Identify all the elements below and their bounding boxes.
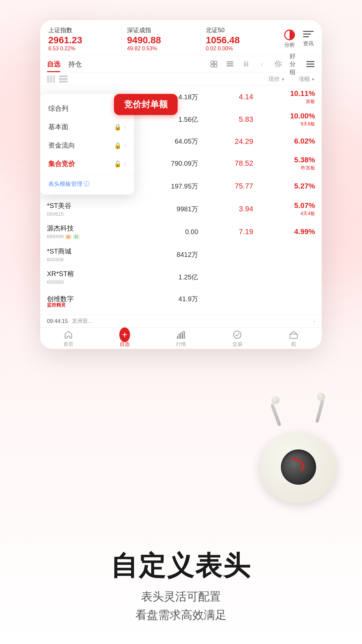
stock-volume-stsc: 8412万	[129, 250, 198, 259]
dropdown-item-capital-flow[interactable]: 资金流向 🔒 ›	[40, 136, 134, 155]
watchlist-add-btn[interactable]: +	[119, 327, 130, 342]
svg-rect-2	[211, 64, 214, 67]
mascot-body	[260, 433, 337, 503]
status-text: 龙洲股...	[72, 318, 313, 325]
stock-name-yuanjie: 源杰科技	[47, 224, 129, 233]
stock-price-1: 4.14	[198, 93, 253, 101]
stock-change-yuanjie: 4.99%	[253, 227, 315, 236]
news-icon-line3	[303, 36, 309, 37]
stock-change-3: 6.02%	[253, 137, 315, 146]
home-icon	[63, 329, 74, 340]
stock-change-4: 5.38% 昨首板	[253, 156, 315, 171]
stock-volume-2: 1.56亿	[129, 115, 198, 124]
index-beijing50[interactable]: 北证50 1056.48 0.02 0.00%	[200, 26, 279, 52]
svg-rect-15	[59, 81, 68, 83]
arrow-icon-3: ›	[124, 142, 126, 149]
promo-subtitle: 表头灵活可配置 看盘需求高效满足	[20, 587, 342, 624]
bid-badge[interactable]: 竞价封单额	[114, 94, 178, 115]
tab-holdings[interactable]: 持仓	[68, 60, 82, 72]
bottom-promo: 自定义表头 表头灵活可配置 看盘需求高效满足	[0, 552, 362, 624]
stock-name-stmg: *ST美谷	[47, 201, 129, 210]
index-shanghai-name: 上证指数	[48, 26, 121, 34]
lock-icon-4: 🔓	[114, 160, 121, 168]
stock-change-stmg: 5.07% 4天4板	[253, 201, 315, 217]
grid-icon[interactable]	[225, 59, 235, 69]
index-shenzhen[interactable]: 深证成指 9490.88 49.82 0.53%	[121, 26, 200, 52]
menu-icon[interactable]	[306, 59, 315, 69]
bottom-nav: 首页 + 自选 行情	[40, 327, 322, 349]
tab-watchlist[interactable]: 自选	[47, 60, 60, 72]
tab-action-icons: iii ‹ 你 好分组	[209, 59, 315, 72]
institution-icon	[288, 329, 299, 340]
table-icon[interactable]	[59, 75, 68, 83]
stock-volume-4: 790.09万	[129, 159, 198, 168]
view-toggle-icons	[47, 75, 68, 83]
price-column-header[interactable]: 现价	[255, 75, 285, 83]
svg-rect-18	[182, 333, 183, 339]
svg-rect-6	[227, 65, 233, 66]
dropdown-item-fundamental[interactable]: 基本面 🔒 ›	[40, 118, 134, 136]
svg-rect-11	[50, 75, 52, 83]
stock-code-xrst: 600589	[47, 279, 129, 285]
index-shenzhen-change: 49.82 0.53%	[127, 46, 200, 52]
stock-volume-3: 64.05万	[129, 137, 198, 146]
tag-rong-yuanjie: 融	[65, 234, 72, 239]
news-icon-line1	[303, 31, 314, 32]
stock-change-sailis: 5.27%	[253, 182, 315, 191]
stock-info-stsc: *ST商城 600306	[47, 247, 129, 262]
nav-market-label: 行情	[176, 341, 186, 347]
antenna-right	[315, 399, 324, 423]
stock-code-stsc: 600306	[47, 257, 129, 262]
news-button[interactable]: 资讯	[303, 30, 314, 49]
index-shenzhen-value: 9490.88	[127, 35, 200, 46]
settings-icon[interactable]: 你	[274, 59, 283, 69]
promo-title: 自定义表头	[20, 552, 342, 579]
stock-info-stmg: *ST美谷 000615	[47, 201, 129, 217]
stock-price-4: 78.52	[198, 159, 253, 168]
stock-row-xrst[interactable]: XR*ST榕 600589 1.25亿	[40, 266, 322, 288]
nav-home[interactable]: 首页	[40, 329, 97, 347]
svg-rect-10	[47, 75, 49, 83]
status-bar: 09:44:15 龙洲股... ›	[40, 315, 322, 327]
group-label[interactable]: 好分组	[290, 59, 299, 69]
monitoring-badge: 监控精灵	[47, 302, 66, 308]
svg-point-20	[234, 331, 241, 338]
mascot-eye-ball	[281, 449, 316, 485]
stock-name-stsc: *ST商城	[47, 247, 129, 256]
dropdown-footer: 表头模板管理 ⓘ	[40, 176, 134, 189]
share-icon[interactable]	[209, 59, 219, 69]
stock-row-stsc[interactable]: *ST商城 600306 8412万	[40, 244, 322, 266]
dropdown-item-auction[interactable]: 集合竞价 🔓 ›	[40, 155, 134, 173]
change-column-header[interactable]: 涨幅	[285, 75, 315, 83]
svg-rect-16	[177, 336, 179, 339]
columns-icon[interactable]	[47, 75, 55, 83]
nav-trade[interactable]: 交易	[209, 329, 265, 347]
stock-volume-chuangwei: 41.9万	[129, 294, 198, 304]
stock-price-2: 5.83	[198, 115, 253, 124]
stock-price-yuanjie: 7.19	[198, 227, 253, 236]
pie-chart-icon	[284, 30, 295, 40]
stock-info-chuangwei: 创维数字 监控精灵	[47, 294, 129, 304]
stock-name-xrst: XR*ST榕	[47, 269, 129, 278]
stock-price-3: 24.29	[198, 137, 253, 146]
back-icon[interactable]: ‹	[257, 59, 267, 69]
svg-rect-21	[290, 334, 297, 338]
analysis-label: 分析	[284, 42, 295, 49]
nav-home-label: 首页	[63, 341, 73, 347]
stock-row-chuangwei[interactable]: 创维数字 监控精灵 41.9万	[40, 288, 322, 310]
analysis-button[interactable]: 分析	[284, 30, 295, 49]
template-manage-link[interactable]: 表头模板管理 ⓘ	[48, 180, 126, 188]
nav-institution[interactable]: 机	[265, 329, 322, 347]
sort-icon[interactable]: iii	[241, 59, 251, 69]
news-label: 资讯	[303, 40, 314, 47]
stock-row-yuanjie[interactable]: 源杰科技 688498 融 科 0.00 7.19 4.99%	[40, 220, 322, 244]
stock-row-stmg[interactable]: *ST美谷 000615 9981万 3.94 5.07% 4天4板	[40, 198, 322, 220]
nav-market[interactable]: 行情	[153, 329, 209, 347]
svg-rect-4	[227, 61, 233, 62]
index-shanghai[interactable]: 上证指数 2961.23 6.53 0.22%	[48, 26, 121, 52]
nav-watchlist[interactable]: + 自选	[97, 329, 153, 347]
tab-bar: 自选 持仓 iii	[40, 56, 322, 72]
trade-icon	[232, 329, 243, 340]
svg-rect-12	[53, 75, 55, 83]
stock-change-1: 10.11% 首板	[253, 89, 315, 105]
